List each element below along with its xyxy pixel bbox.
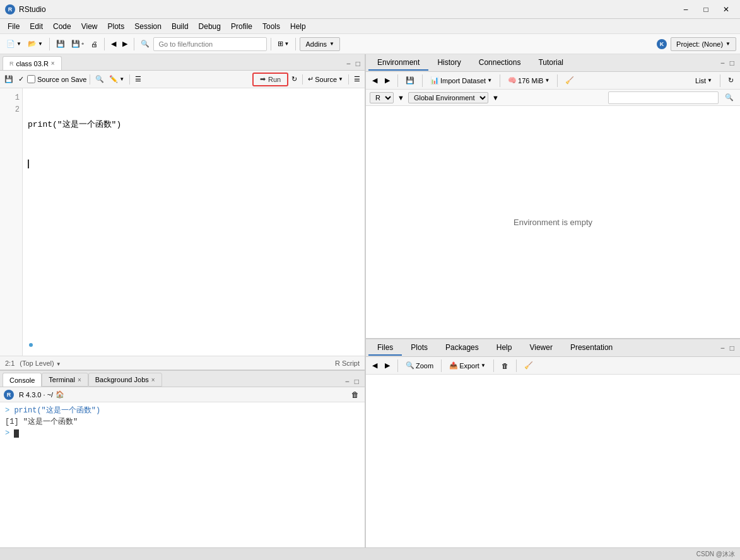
env-back-btn[interactable]: ◀ — [370, 76, 380, 85]
menu-file[interactable]: File — [3, 20, 25, 33]
code-content[interactable]: print("这是一个函数") — [23, 88, 365, 356]
environment-panel: Environment History Connections Tutorial… — [366, 54, 740, 339]
menu-view[interactable]: View — [76, 20, 103, 33]
save-all-button[interactable]: 💾+ — [69, 37, 87, 52]
navigate-back-button[interactable]: ◀ — [109, 37, 119, 52]
env-forward-icon: ▶ — [385, 76, 390, 85]
env-search-icon-btn[interactable]: 🔍 — [722, 93, 736, 102]
background-jobs-close[interactable]: × — [151, 376, 155, 383]
files-maximize-btn[interactable]: □ — [728, 343, 736, 353]
env-subbar: R ▼ Global Environment ▼ 🔍 — [366, 90, 740, 106]
go-to-file-input[interactable] — [153, 37, 267, 51]
console-tab-console[interactable]: Console — [3, 373, 42, 387]
global-env-select[interactable]: Global Environment — [408, 92, 488, 103]
open-file-button[interactable]: 📂 ▼ — [25, 37, 45, 52]
editor-tab-class03[interactable]: R class 03.R × — [3, 56, 62, 70]
env-tab-connections[interactable]: Connections — [470, 55, 530, 71]
rerun-btn[interactable]: ↻ — [290, 73, 299, 86]
files-forward-btn[interactable]: ▶ — [382, 361, 392, 370]
source-on-save-checkbox[interactable] — [27, 75, 35, 83]
source-btn-label: Source — [315, 76, 337, 83]
maximize-button[interactable]: □ — [697, 1, 715, 18]
zoom-label: Zoom — [416, 362, 433, 370]
save-all-plus: + — [81, 41, 85, 47]
files-tab-plots[interactable]: Plots — [402, 341, 437, 356]
close-button[interactable]: ✕ — [717, 1, 735, 18]
global-env-arrow-icon: ▼ — [492, 94, 499, 102]
env-minimize-btn[interactable]: − — [719, 58, 727, 68]
menu-debug[interactable]: Debug — [194, 20, 226, 33]
import-icon: 📊 — [430, 76, 439, 85]
menu-help[interactable]: Help — [285, 20, 311, 33]
go-to-file-button[interactable]: 🔍 — [138, 37, 152, 52]
menu-plots[interactable]: Plots — [103, 20, 130, 33]
env-tab-environment[interactable]: Environment — [368, 55, 428, 71]
code-editor[interactable]: 1 2 print("这是一个函数") — [0, 88, 365, 356]
scope-level[interactable]: (Top Level) ▼ — [20, 359, 61, 367]
navigate-forward-button[interactable]: ▶ — [120, 37, 130, 52]
console-tab-background-jobs[interactable]: Background Jobs × — [88, 373, 162, 387]
import-dataset-btn[interactable]: 📊 Import Dataset ▼ — [428, 76, 495, 85]
files-minimize-btn[interactable]: − — [719, 343, 727, 353]
run-button[interactable]: ➡ Run — [252, 73, 288, 86]
delete-plot-btn[interactable]: 🗑 — [499, 361, 511, 370]
r-env-select[interactable]: R — [370, 92, 394, 103]
env-tab-tutorial[interactable]: Tutorial — [529, 55, 572, 71]
console-tab-terminal[interactable]: Terminal × — [42, 373, 88, 387]
env-tab-history[interactable]: History — [428, 55, 469, 71]
menu-tools[interactable]: Tools — [257, 20, 285, 33]
menu-code[interactable]: Code — [48, 20, 76, 33]
files-tab-presentation[interactable]: Presentation — [561, 341, 621, 356]
open-arrow-icon: ▼ — [38, 41, 43, 47]
new-file-button[interactable]: 📄 ▼ — [4, 37, 24, 52]
console-maximize-btn[interactable]: □ — [353, 376, 361, 387]
editor-panel-maximize[interactable]: □ — [354, 59, 362, 69]
addins-button[interactable]: Addins ▼ — [300, 37, 340, 51]
console-minimize-btn[interactable]: − — [343, 376, 351, 387]
files-tab-files[interactable]: Files — [368, 341, 402, 356]
print-button[interactable]: 🖨 — [88, 37, 100, 52]
menu-profile[interactable]: Profile — [226, 20, 257, 33]
clear-console-btn[interactable]: 🗑 — [349, 388, 361, 402]
files-tab-viewer[interactable]: Viewer — [520, 341, 561, 356]
menu-session[interactable]: Session — [129, 20, 167, 33]
env-search-input[interactable] — [608, 91, 719, 104]
memory-label: 🧠 176 MiB ▼ — [505, 76, 552, 85]
scope-arrow: ▼ — [56, 361, 61, 367]
menu-edit[interactable]: Edit — [25, 20, 48, 33]
env-forward-btn[interactable]: ▶ — [382, 76, 392, 85]
menu-build[interactable]: Build — [167, 20, 194, 33]
zoom-btn[interactable]: 🔍 Zoom — [403, 361, 436, 370]
editor-save-btn[interactable]: 💾 — [3, 73, 15, 86]
editor-opts-btn[interactable]: ☰ — [352, 73, 362, 86]
files-back-btn[interactable]: ◀ — [370, 361, 380, 370]
app-icon: R — [5, 4, 15, 15]
env-save-btn[interactable]: 💾 — [403, 76, 417, 85]
console-content[interactable]: > print("这是一个函数") [1] "这是一个函数" > — [0, 402, 365, 560]
env-maximize-btn[interactable]: □ — [728, 58, 736, 68]
list-view-btn[interactable]: List ▼ — [693, 76, 715, 85]
toolbar-separator-2 — [104, 38, 105, 50]
source-on-save-label[interactable]: Source on Save — [27, 75, 86, 83]
new-file-icon: 📄 — [6, 40, 15, 48]
editor-compile-btn[interactable]: ☰ — [133, 73, 143, 86]
editor-wand-btn[interactable]: ✏️ ▼ — [107, 73, 126, 86]
export-btn[interactable]: 📤 Export ▼ — [447, 361, 488, 370]
workspace-btn[interactable]: ⊞ ▼ — [275, 37, 292, 52]
clear-env-btn[interactable]: 🧹 — [563, 76, 577, 85]
workspace-arrow-icon: ▼ — [285, 41, 290, 47]
source-dropdown-btn[interactable]: ↵ Source ▼ — [306, 73, 345, 86]
clear-plots-btn[interactable]: 🧹 — [522, 361, 536, 370]
back-icon: ◀ — [111, 40, 116, 48]
minimize-button[interactable]: – — [677, 1, 695, 18]
save-button[interactable]: 💾 — [54, 37, 68, 52]
editor-search-btn[interactable]: 🔍 — [93, 73, 106, 86]
editor-panel-minimize[interactable]: − — [344, 59, 353, 69]
env-refresh-btn[interactable]: ↻ — [725, 76, 736, 85]
project-button[interactable]: Project: (None) ▼ — [671, 37, 736, 51]
terminal-tab-close[interactable]: × — [78, 376, 81, 383]
editor-tab-close[interactable]: × — [51, 60, 55, 67]
editor-spell-btn[interactable]: ✓ — [16, 73, 26, 86]
files-tab-help[interactable]: Help — [488, 341, 521, 356]
files-tab-packages[interactable]: Packages — [437, 341, 488, 356]
